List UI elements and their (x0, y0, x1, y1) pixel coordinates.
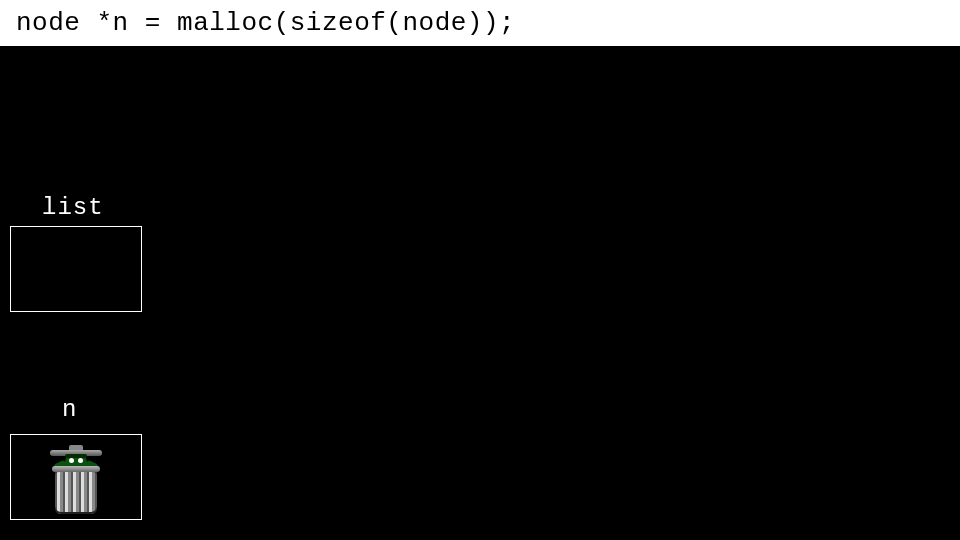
code-line: node *n = malloc(sizeof(node)); (0, 0, 960, 46)
list-pointer-box (10, 226, 142, 312)
oscar-garbage-icon (48, 440, 104, 514)
list-label: list (42, 194, 104, 221)
n-label: n (62, 396, 77, 423)
diagram-area: list n (0, 46, 960, 540)
n-pointer-box (10, 434, 142, 520)
